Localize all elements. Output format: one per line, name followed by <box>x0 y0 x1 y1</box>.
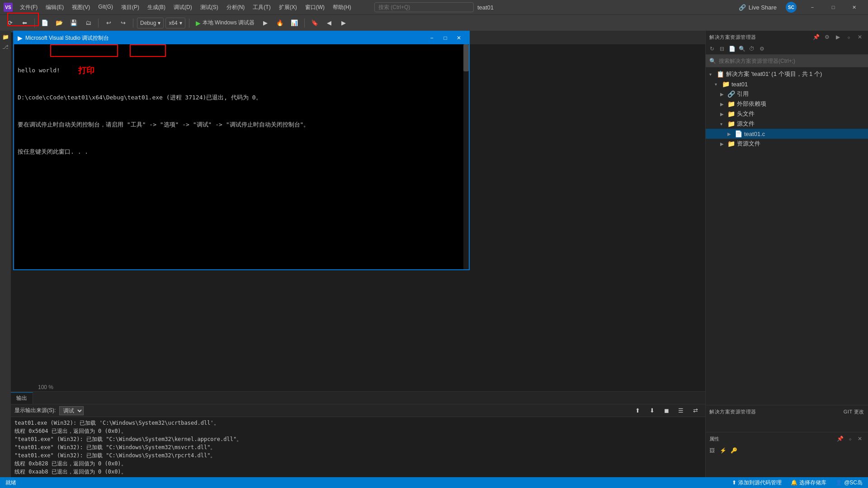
tree-item-headers[interactable]: ▶ 📁 头文件 <box>706 109 868 119</box>
sources-icon: 📁 <box>727 120 735 127</box>
sources-arrow-icon: ▾ <box>720 122 726 127</box>
menu-project[interactable]: 项目(P) <box>118 2 143 13</box>
menu-window[interactable]: 窗口(W) <box>302 2 328 13</box>
undo-btn[interactable]: ↩ <box>102 18 115 28</box>
resources-arrow-icon: ▶ <box>720 141 726 146</box>
toolbar-sync-btn[interactable]: ↻ <box>708 44 717 53</box>
menu-extensions[interactable]: 扩展(X) <box>275 2 301 13</box>
config-arrow-icon: ▾ <box>158 20 160 26</box>
output-line-7: 线程 0xaab8 已退出，返回值为 0 (0x0)。 <box>14 468 702 476</box>
next-bookmark-btn[interactable]: ▶ <box>337 18 350 28</box>
panel-btn-3[interactable]: ◼ <box>660 405 673 416</box>
dc-minimize-btn[interactable]: − <box>425 33 438 42</box>
tab-output[interactable]: 输出 <box>11 392 33 404</box>
tree-item-references[interactable]: ▶ 🔗 引用 <box>706 89 868 99</box>
save-all-btn[interactable]: 🗂 <box>82 18 94 28</box>
status-ready[interactable]: 就绪 <box>4 477 18 488</box>
props-float-btn[interactable]: ⬦ <box>845 434 854 443</box>
tree-item-external[interactable]: ▶ 📁 外部依赖项 <box>706 99 868 109</box>
panel-btn-2[interactable]: ⬇ <box>646 405 658 416</box>
props-icon-1[interactable]: 🖼 <box>708 446 717 455</box>
panel-toolbar: 显示输出来源(S): 调试 ⬆ ⬇ ◼ ☰ ⇄ <box>11 404 705 417</box>
sidebar-toolbar: ↻ ⊟ 📄 🔍 ⏱ ⚙ <box>706 43 868 55</box>
props-icon-2[interactable]: ⚡ <box>718 446 727 455</box>
toolbar-pending-btn[interactable]: ⏱ <box>747 44 756 53</box>
menu-tools[interactable]: 工具(T) <box>249 2 274 13</box>
debug-line-3: 按任意键关闭此窗口. . . <box>18 147 465 156</box>
status-notification[interactable]: 👤 @SC岛 <box>834 477 864 488</box>
fire-btn[interactable]: 🔥 <box>274 18 286 28</box>
config-dropdown[interactable]: Debug ▾ <box>137 18 164 28</box>
dc-maximize-btn[interactable]: □ <box>439 33 452 42</box>
menu-view[interactable]: 视图(V) <box>68 2 94 13</box>
debug-line-1: D:\code\cCode\teat01\x64\Debug\teat01.ex… <box>18 93 465 102</box>
sidebar-arrow-right-btn[interactable]: ▶ <box>834 33 843 42</box>
open-btn[interactable]: 📂 <box>53 18 66 28</box>
menu-git[interactable]: Git(G) <box>94 2 117 13</box>
tree-solution[interactable]: ▾ 📋 解决方案 'teat01' (1 个项目，共 1 个) <box>706 69 868 79</box>
solution-arrow-icon: ▾ <box>709 72 715 77</box>
debug-console-controls: − □ ✕ <box>425 33 465 42</box>
menu-test[interactable]: 测试(S) <box>197 2 222 13</box>
props-pin-btn[interactable]: 📌 <box>835 434 844 443</box>
sidebar-search-input[interactable] <box>719 58 864 64</box>
perf-btn[interactable]: 📊 <box>288 18 301 28</box>
output-line-5: "teat01.exe" (Win32): 已加载 "C:\Windows\Sy… <box>14 451 702 460</box>
sidebar-git-tab[interactable]: Git 更改 <box>844 408 864 415</box>
bookmark-btn[interactable]: 🔖 <box>308 18 321 28</box>
search-input[interactable] <box>374 2 474 12</box>
menu-debug[interactable]: 调试(D) <box>170 2 196 13</box>
sidebar-header-actions: 📌 ⚙ ▶ ⬦ ✕ <box>812 33 864 42</box>
minimize-button[interactable]: − <box>802 0 823 14</box>
maximize-button[interactable]: □ <box>823 0 844 14</box>
run-label: 本地 Windows 调试器 <box>203 19 255 27</box>
props-icon-3[interactable]: 🔑 <box>729 446 738 455</box>
sidebar-close-btn[interactable]: ✕ <box>855 33 864 42</box>
toolbar: ⟳ ⬅ 📄 📂 💾 🗂 ↩ ↪ Debug ▾ x64 ▾ ▶ 本地 Windo… <box>0 14 868 31</box>
activity-explore-icon[interactable]: 📁 <box>1 33 10 42</box>
title-bar-center: teat01 <box>374 2 494 12</box>
close-button[interactable]: ✕ <box>844 0 864 14</box>
panel-btn-4[interactable]: ☰ <box>675 405 687 416</box>
live-share-button[interactable]: 🔗 Live Share <box>735 3 780 12</box>
toolbar-show-files-btn[interactable]: 📄 <box>727 44 736 53</box>
panel-btn-1[interactable]: ⬆ <box>631 405 644 416</box>
redo-btn[interactable]: ↪ <box>117 18 129 28</box>
menu-file[interactable]: 文件(F) <box>16 2 41 13</box>
panel-output: teat01.exe (Win32): 已加载 'C:\Windows\Syst… <box>11 417 705 477</box>
toolbar-settings2-btn[interactable]: ⚙ <box>757 44 766 53</box>
prev-bookmark-btn[interactable]: ◀ <box>323 18 335 28</box>
tree-item-resources[interactable]: ▶ 📁 资源文件 <box>706 139 868 149</box>
separator-3 <box>133 19 133 28</box>
platform-dropdown[interactable]: x64 ▾ <box>165 18 185 28</box>
save-btn[interactable]: 💾 <box>67 18 80 28</box>
menu-edit[interactable]: 编辑(E) <box>42 2 67 13</box>
search-icon: 🔍 <box>709 58 716 64</box>
props-close-btn[interactable]: ✕ <box>855 434 864 443</box>
toolbar-collapse-btn[interactable]: ⊟ <box>717 44 726 53</box>
panel-btn-5[interactable]: ⇄ <box>689 405 702 416</box>
source-select[interactable]: 调试 <box>59 406 84 415</box>
menu-build[interactable]: 生成(B) <box>144 2 169 13</box>
menu-analyze[interactable]: 分析(N) <box>223 2 249 13</box>
tree-item-sources[interactable]: ▾ 📁 源文件 <box>706 119 868 129</box>
sidebar-settings-btn[interactable]: ⚙ <box>823 33 832 42</box>
debug-scrollbar[interactable] <box>463 44 469 269</box>
new-file-btn[interactable]: 📄 <box>38 18 51 28</box>
run-button[interactable]: ▶ 本地 Windows 调试器 <box>193 18 257 28</box>
sidebar-float-btn[interactable]: ⬦ <box>844 33 854 42</box>
status-branch[interactable]: 🔔 选择存储库 <box>789 477 828 488</box>
dc-close-btn[interactable]: ✕ <box>453 33 465 42</box>
toolbar-filter-btn[interactable]: 🔍 <box>737 44 746 53</box>
activity-git-icon[interactable]: ⎇ <box>1 42 10 52</box>
status-source-control[interactable]: ⬆ 添加到源代码管理 <box>730 477 783 488</box>
tree-project[interactable]: ▾ 📁 teat01 <box>706 79 868 89</box>
sidebar-solution-tab[interactable]: 解决方案资源管理器 <box>709 408 756 415</box>
user-avatar[interactable]: SC <box>786 2 797 13</box>
tree-item-teat01c[interactable]: ▶ 📄 teat01.c <box>706 129 868 139</box>
pin-btn[interactable]: 📌 <box>812 33 821 42</box>
status-left: 就绪 <box>4 477 18 488</box>
menu-help[interactable]: 帮助(H) <box>329 2 355 13</box>
output-line-8: 程序"[37124] teat01.exe"已退出，返回值为 0 (0x0)。 <box>14 476 702 477</box>
debug-play-btn[interactable]: ▶ <box>259 18 272 28</box>
